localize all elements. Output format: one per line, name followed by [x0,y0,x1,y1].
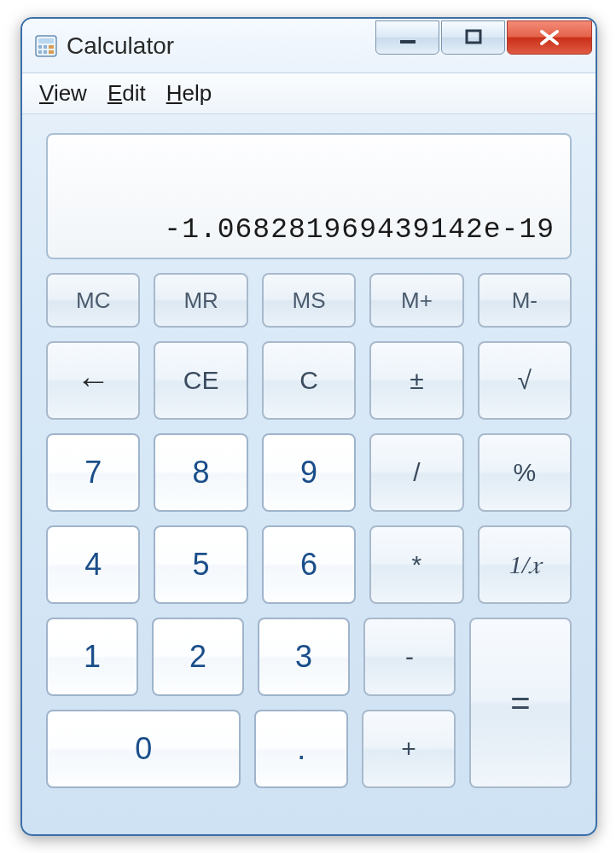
titlebar: Calculator [22,19,596,73]
bottom-grid: 1 2 3 - 0 . + = [46,618,572,788]
num-5-button[interactable]: 5 [154,525,247,604]
row-123: 1 2 3 - [46,618,456,696]
mplus-button[interactable]: M+ [369,273,463,328]
close-button[interactable] [507,20,592,55]
num-4-button[interactable]: 4 [46,525,140,604]
menu-edit[interactable]: Edit [108,80,146,107]
window-title: Calculator [67,32,174,60]
divide-button[interactable]: / [369,433,463,512]
multiply-button[interactable]: * [369,525,463,604]
add-button[interactable]: + [362,710,456,788]
menu-help-rest: elp [182,80,212,106]
sqrt-button[interactable]: √ [478,341,572,420]
mc-button[interactable]: MC [46,273,140,328]
maximize-button[interactable] [441,20,505,55]
calculator-window: Calculator View Edit Help [20,17,597,836]
reciprocal-label: 1/𝑥 [509,550,540,580]
svg-rect-6 [44,50,47,54]
menu-view[interactable]: View [39,80,87,107]
svg-rect-1 [38,38,54,44]
menu-help[interactable]: Help [166,80,212,107]
num-1-button[interactable]: 1 [46,618,138,696]
num-6-button[interactable]: 6 [262,525,356,604]
display-value: -1.068281969439142e-19 [164,214,555,246]
svg-rect-4 [49,45,54,49]
memory-row: MC MR MS M+ M- [46,273,572,328]
row-0: 0 . + [46,710,456,788]
mr-button[interactable]: MR [154,273,247,328]
ms-button[interactable]: MS [262,273,356,328]
equals-button[interactable]: = [469,618,572,788]
menu-view-rest: iew [54,80,87,106]
svg-rect-8 [400,40,416,44]
num-8-button[interactable]: 8 [154,433,247,512]
minimize-button[interactable] [375,20,439,55]
num-0-button[interactable]: 0 [46,710,241,788]
row-456: 4 5 6 * 1/𝑥 [46,525,572,604]
c-button[interactable]: C [262,341,356,420]
num-2-button[interactable]: 2 [152,618,244,696]
backspace-button[interactable]: ← [46,341,140,420]
percent-button[interactable]: % [478,433,572,512]
menu-edit-rest: dit [122,80,145,106]
negate-button[interactable]: ± [369,341,463,420]
calculator-app-icon [34,34,58,58]
backspace-arrow-icon: ← [76,362,110,400]
svg-rect-3 [44,45,47,49]
reciprocal-button[interactable]: 1/𝑥 [478,525,572,604]
button-pad: MC MR MS M+ M- ← CE C ± √ 7 8 9 / % 4 5 [46,273,572,788]
bottom-left-block: 1 2 3 - 0 . + [46,618,456,788]
ce-button[interactable]: CE [154,341,247,420]
equals-column: = [469,618,572,788]
num-9-button[interactable]: 9 [262,433,356,512]
window-controls [375,19,596,73]
svg-rect-7 [49,50,54,54]
mminus-button[interactable]: M- [478,273,572,328]
menubar: View Edit Help [22,73,596,114]
subtract-button[interactable]: - [363,618,456,696]
edit-row: ← CE C ± √ [46,341,572,420]
display-area: -1.068281969439142e-19 [46,133,572,259]
svg-rect-2 [38,45,42,49]
svg-rect-9 [467,31,480,43]
svg-rect-5 [38,50,42,54]
decimal-button[interactable]: . [254,710,348,788]
row-789: 7 8 9 / % [46,433,572,512]
num-3-button[interactable]: 3 [258,618,350,696]
num-7-button[interactable]: 7 [46,433,140,512]
calc-display: -1.068281969439142e-19 [46,133,572,259]
